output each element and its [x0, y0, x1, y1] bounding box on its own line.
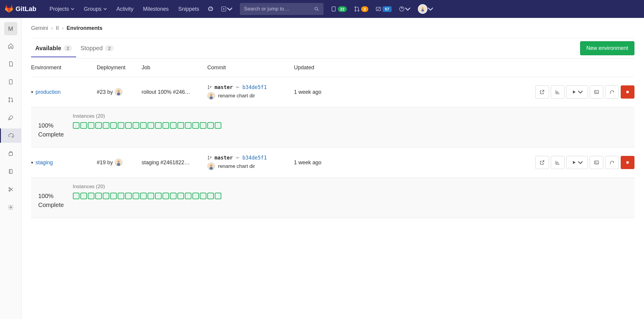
nav-milestones[interactable]: Milestones	[139, 4, 172, 15]
instance-block[interactable]	[155, 122, 162, 129]
new-environment-button[interactable]: New environment	[580, 41, 634, 55]
instance-block[interactable]	[192, 122, 199, 129]
instance-block[interactable]	[80, 193, 87, 199]
instance-block[interactable]	[148, 193, 154, 199]
instance-block[interactable]	[88, 193, 94, 199]
nav-groups[interactable]: Groups	[80, 4, 111, 15]
nav-activity[interactable]: Activity	[113, 4, 137, 15]
instance-block[interactable]	[162, 193, 169, 199]
instance-block[interactable]	[133, 122, 139, 129]
sidebar-item-issues[interactable]	[4, 75, 18, 89]
instance-block[interactable]	[162, 122, 169, 129]
instance-block[interactable]	[200, 193, 206, 199]
nav-help[interactable]	[396, 4, 413, 14]
sidebar-item-wiki[interactable]	[4, 164, 18, 179]
terminal-button[interactable]	[590, 156, 603, 169]
instance-block[interactable]	[73, 122, 79, 129]
tab-available[interactable]: Available 2	[31, 39, 76, 57]
instance-block[interactable]	[140, 122, 147, 129]
sidebar-item-operations[interactable]	[0, 128, 22, 143]
instance-block[interactable]	[155, 193, 162, 199]
nav-performance[interactable]	[205, 4, 216, 14]
job-link[interactable]: staging #2461822…	[142, 160, 207, 166]
instance-block[interactable]	[103, 193, 109, 199]
sidebar-item-settings[interactable]	[4, 200, 18, 214]
breadcrumb-item[interactable]: II	[56, 25, 59, 31]
search-input[interactable]	[244, 6, 314, 12]
svg-point-20	[10, 207, 11, 208]
tab-stopped[interactable]: Stopped 2	[76, 39, 118, 57]
stop-button[interactable]	[621, 85, 634, 99]
chevron-down-icon[interactable]: ▾	[31, 90, 33, 94]
instance-block[interactable]	[207, 193, 214, 199]
sidebar-item-snippets[interactable]	[4, 182, 18, 197]
environment-link[interactable]: production	[36, 89, 61, 95]
monitoring-button[interactable]	[551, 85, 565, 99]
commit-message[interactable]: rename chart dir	[218, 93, 255, 99]
nav-user-menu[interactable]	[415, 2, 436, 16]
sidebar-item-overview[interactable]	[4, 39, 18, 53]
deploy-dropdown[interactable]	[566, 85, 588, 99]
sidebar-item-packages[interactable]	[4, 146, 18, 161]
instance-block[interactable]	[125, 122, 132, 129]
breadcrumb-item[interactable]: Gemini	[31, 25, 48, 31]
instance-block[interactable]	[185, 122, 191, 129]
instance-block[interactable]	[118, 122, 124, 129]
instance-block[interactable]	[177, 122, 184, 129]
open-live-button[interactable]	[535, 85, 549, 99]
sidebar-item-cicd[interactable]	[4, 111, 18, 125]
instance-block[interactable]	[215, 193, 221, 199]
nav-new-dropdown[interactable]	[218, 4, 235, 14]
instance-block[interactable]	[140, 193, 147, 199]
instance-block[interactable]	[200, 122, 206, 129]
monitoring-button[interactable]	[551, 156, 565, 169]
instance-block[interactable]	[215, 122, 221, 129]
commit-sha[interactable]: b34de5f1	[242, 84, 267, 90]
nav-snippets[interactable]: Snippets	[175, 4, 203, 15]
sidebar-item-merge-requests[interactable]	[4, 93, 18, 107]
nav-mrs-counter[interactable]: 2	[352, 4, 370, 14]
instance-block[interactable]	[118, 193, 124, 199]
avatar[interactable]	[115, 88, 122, 96]
search-box[interactable]	[240, 3, 323, 15]
terminal-button[interactable]	[590, 85, 603, 99]
redeploy-button[interactable]	[605, 156, 619, 169]
instance-block[interactable]	[148, 122, 154, 129]
instance-block[interactable]	[80, 122, 87, 129]
branch-name[interactable]: master	[214, 84, 233, 90]
instance-block[interactable]	[88, 122, 94, 129]
sidebar-item-repository[interactable]	[4, 57, 18, 71]
instance-block[interactable]	[103, 122, 109, 129]
instance-block[interactable]	[95, 122, 102, 129]
commit-sha[interactable]: b34de5f1	[242, 155, 267, 161]
avatar[interactable]	[115, 159, 122, 166]
instance-block[interactable]	[170, 193, 177, 199]
instance-block[interactable]	[110, 122, 117, 129]
instance-block[interactable]	[170, 122, 177, 129]
instance-block[interactable]	[110, 193, 117, 199]
instance-block[interactable]	[185, 193, 191, 199]
nav-todos-counter[interactable]: 57	[373, 4, 394, 14]
instance-block[interactable]	[207, 122, 214, 129]
gitlab-logo[interactable]: GitLab	[5, 5, 36, 13]
instance-block[interactable]	[95, 193, 102, 199]
nav-projects[interactable]: Projects	[46, 4, 78, 15]
commit-message[interactable]: rename chart dir	[218, 163, 255, 169]
chevron-down-icon[interactable]: ▾	[31, 160, 33, 165]
deploy-dropdown[interactable]	[566, 156, 588, 169]
avatar[interactable]	[207, 162, 215, 170]
job-link[interactable]: rollout 100% #246…	[142, 89, 207, 95]
instance-block[interactable]	[125, 193, 132, 199]
avatar[interactable]	[207, 92, 215, 100]
instance-block[interactable]	[177, 193, 184, 199]
stop-button[interactable]	[621, 156, 634, 169]
instance-block[interactable]	[73, 193, 79, 199]
environment-link[interactable]: staging	[36, 160, 53, 166]
sidebar-project-avatar[interactable]: M	[4, 22, 17, 35]
instance-block[interactable]	[192, 193, 199, 199]
branch-name[interactable]: master	[214, 155, 233, 161]
instance-block[interactable]	[133, 193, 139, 199]
nav-issues-counter[interactable]: 22	[328, 4, 349, 14]
redeploy-button[interactable]	[605, 85, 619, 99]
open-live-button[interactable]	[535, 156, 549, 169]
